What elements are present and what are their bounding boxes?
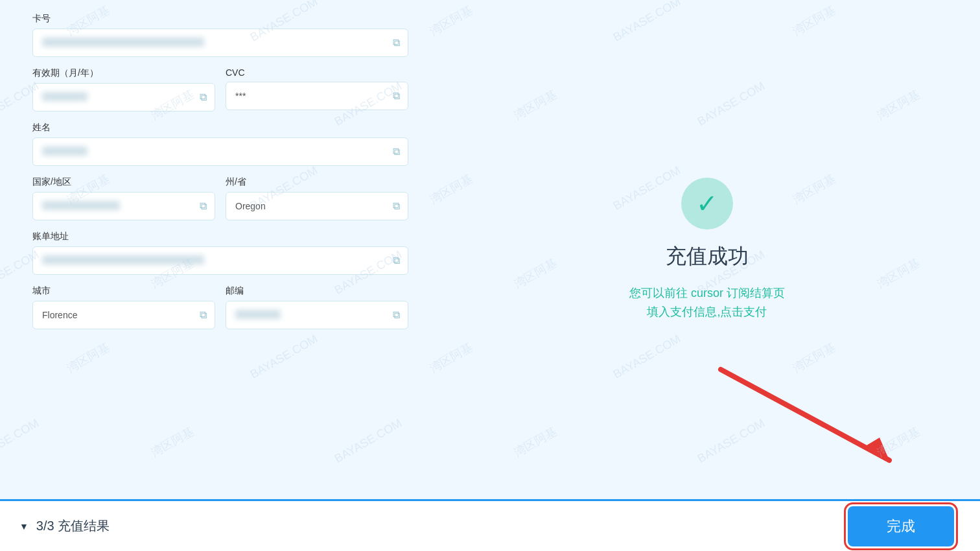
zip-input[interactable]: ⧉ [226,301,408,329]
cvc-label: CVC [226,67,408,78]
card-number-copy-icon[interactable]: ⧉ [393,37,400,49]
step-label: 3/3 充值结果 [36,517,110,535]
expiry-value [42,92,189,103]
city-value: Florence [42,310,189,320]
country-state-row: 国家/地区 ⧉ 州/省 Oregon ⧉ [32,176,408,220]
name-copy-icon[interactable]: ⧉ [393,146,400,158]
zip-copy-icon[interactable]: ⧉ [393,309,400,321]
address-label: 账单地址 [32,231,408,242]
country-copy-icon[interactable]: ⧉ [200,200,207,212]
success-desc-line2: 填入支付信息,点击支付 [629,303,785,322]
state-value: Oregon [235,201,382,211]
name-input[interactable]: ⧉ [32,137,408,166]
expiry-group: 有效期（月/年） ⧉ [32,67,215,111]
address-group: 账单地址 ⧉ [32,231,408,275]
address-input[interactable]: ⧉ [32,246,408,275]
city-zip-row: 城市 Florence ⧉ 邮编 ⧉ [32,285,408,329]
expiry-copy-icon[interactable]: ⧉ [200,91,207,103]
zip-value [235,310,382,321]
city-copy-icon[interactable]: ⧉ [200,309,207,321]
success-description: 您可以前往 cursor 订阅结算页 填入支付信息,点击支付 [629,284,785,322]
name-label: 姓名 [32,122,408,134]
name-group: 姓名 ⧉ [32,122,408,166]
collapse-icon[interactable]: ▼ [19,521,29,532]
right-panel: ✓ 充值成功 您可以前往 cursor 订阅结算页 填入支付信息,点击支付 [434,0,980,499]
cvc-input[interactable]: *** ⧉ [226,82,408,110]
address-copy-icon[interactable]: ⧉ [393,255,400,266]
expiry-input[interactable]: ⧉ [32,83,215,111]
cvc-value: *** [235,91,382,101]
state-label: 州/省 [226,176,408,188]
name-value [42,147,382,158]
bottom-bar: ▼ 3/3 充值结果 完成 [0,499,980,551]
cvc-group: CVC *** ⧉ [226,67,408,111]
country-value [42,201,189,212]
state-group: 州/省 Oregon ⧉ [226,176,408,220]
content-area: 卡号 ⧉ 有效期（月/年） ⧉ CVC *** ⧉ [0,0,980,499]
country-group: 国家/地区 ⧉ [32,176,215,220]
state-copy-icon[interactable]: ⧉ [393,200,400,212]
zip-label: 邮编 [226,285,408,297]
card-number-value [42,38,382,49]
country-input[interactable]: ⧉ [32,192,215,220]
city-input[interactable]: Florence ⧉ [32,301,215,329]
country-label: 国家/地区 [32,176,215,188]
success-desc-line1: 您可以前往 cursor 订阅结算页 [629,284,785,303]
success-icon-circle: ✓ [681,178,733,229]
zip-group: 邮编 ⧉ [226,285,408,329]
card-number-group: 卡号 ⧉ [32,13,408,57]
complete-button[interactable]: 完成 [848,506,954,546]
expiry-cvc-row: 有效期（月/年） ⧉ CVC *** ⧉ [32,67,408,111]
city-group: 城市 Florence ⧉ [32,285,215,329]
state-input[interactable]: Oregon ⧉ [226,192,408,220]
step-info: ▼ 3/3 充值结果 [19,517,110,535]
checkmark-icon: ✓ [696,191,718,217]
left-panel: 卡号 ⧉ 有效期（月/年） ⧉ CVC *** ⧉ [0,0,434,499]
expiry-label: 有效期（月/年） [32,67,215,79]
card-number-input[interactable]: ⧉ [32,29,408,57]
cvc-copy-icon[interactable]: ⧉ [393,90,400,102]
success-title: 充值成功 [666,242,749,271]
city-label: 城市 [32,285,215,297]
address-value [42,255,382,266]
card-number-label: 卡号 [32,13,408,25]
